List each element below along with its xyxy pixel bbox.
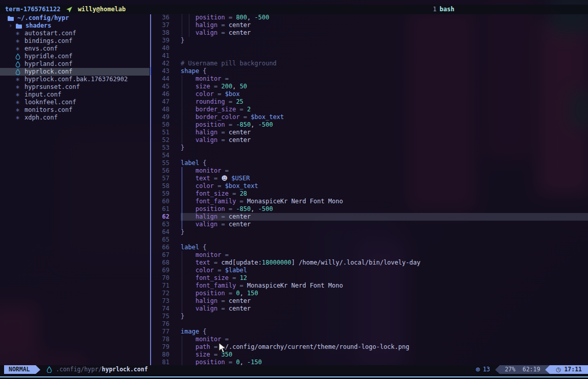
line-text: text = ☻ $USER (181, 175, 588, 182)
tree-item-shaders[interactable]: ›shaders (0, 22, 150, 30)
config-file-star-icon: ∗ (14, 91, 21, 99)
tmux-window-tab[interactable]: 1 bash (433, 5, 454, 14)
line-number: 57 (151, 175, 181, 182)
tmux-user-host: willy@homelab (78, 6, 126, 13)
tree-item--config-hypr[interactable]: ~/.config/hypr (0, 14, 150, 22)
editor-line-61[interactable]: 61 position = -850, -500 (151, 205, 588, 213)
line-text: text = cmd[update:18000000] /home/willy/… (181, 259, 588, 267)
editor-line-39[interactable]: 39} (151, 37, 588, 44)
editor-line-71[interactable]: 71 font_family = MonaspiceKr Nerd Font M… (151, 282, 588, 290)
editor-line-46[interactable]: 46 color = $box (151, 90, 588, 98)
indent-guide (182, 297, 182, 305)
line-text: valign = center (181, 136, 588, 144)
editor-line-42[interactable]: 42# Username pill background (151, 60, 588, 67)
expander-chevron-icon[interactable]: › (9, 22, 15, 30)
tree-item-monitors-conf[interactable]: ∗monitors.conf (0, 106, 150, 114)
tree-item-label: input.conf (24, 91, 61, 99)
editor-line-43[interactable]: 43shape { (151, 67, 588, 75)
hyprland-droplet-icon (14, 53, 21, 60)
line-number: 51 (151, 129, 181, 136)
editor-line-52[interactable]: 52 valign = center (151, 136, 588, 144)
statusline-file: .config/hypr/hyprlock.conf (46, 366, 148, 373)
tree-item-hyprsunset-conf[interactable]: ∗hyprsunset.conf (0, 83, 150, 91)
config-file-star-icon: ∗ (14, 76, 21, 83)
editor-line-79[interactable]: 79 path = ~/.config/omarchy/current/them… (151, 343, 588, 351)
indent-guide (182, 29, 182, 37)
editor-line-70[interactable]: 70 font_size = 12 (151, 274, 588, 282)
line-text: rounding = 25 (181, 98, 588, 106)
line-number: 47 (151, 98, 181, 106)
editor-line-54[interactable]: 54 (151, 152, 588, 159)
statusline: NORMAL .config/hypr/hyprlock.conf ⊛ 13 2… (0, 365, 588, 374)
editor-line-77[interactable]: 77image { (151, 328, 588, 336)
editor-line-67[interactable]: 67 monitor = (151, 251, 588, 259)
editor-pane[interactable]: 36 position = 800, -50037 halign = cente… (151, 14, 588, 365)
editor-line-51[interactable]: 51 halign = center (151, 129, 588, 136)
editor-line-50[interactable]: 50 position = -850, -500 (151, 121, 588, 129)
editor-line-55[interactable]: 55label { (151, 159, 588, 167)
editor-line-60[interactable]: 60 font_family = MonaspiceKr Nerd Font M… (151, 198, 588, 205)
file-name: hyprlock.conf (102, 366, 148, 373)
editor-line-81[interactable]: 81 position = 0, -150 (151, 359, 588, 365)
hyprland-droplet-icon (46, 366, 52, 373)
indent-guide (182, 259, 182, 267)
indent-guide (189, 21, 189, 29)
editor-line-72[interactable]: 72 position = 0, 150 (151, 290, 588, 297)
indent-guide (182, 113, 182, 121)
editor-line-57[interactable]: 57 text = ☻ $USER (151, 175, 588, 182)
line-number: 72 (151, 290, 181, 297)
line-text: } (181, 313, 588, 320)
editor-line-47[interactable]: 47 rounding = 25 (151, 98, 588, 106)
editor-line-76[interactable]: 76 (151, 320, 588, 328)
config-file-star-icon: ∗ (14, 114, 21, 122)
editor-line-58[interactable]: 58 color = $box_text (151, 182, 588, 190)
tree-item-xdph-conf[interactable]: ∗xdph.conf (0, 114, 150, 122)
indent-guide (182, 336, 182, 343)
editor-line-63[interactable]: 63 valign = center (151, 221, 588, 228)
editor-line-75[interactable]: 75} (151, 313, 588, 320)
tree-item-bindings-conf[interactable]: ∗bindings.conf (0, 37, 150, 45)
line-number: 54 (151, 152, 181, 159)
tree-item-hyprland-conf[interactable]: hyprland.conf (0, 60, 150, 68)
editor-line-65[interactable]: 65 (151, 236, 588, 244)
editor-line-56[interactable]: 56 monitor = (151, 167, 588, 175)
editor-line-45[interactable]: 45 size = 200, 50 (151, 83, 588, 90)
tmux-window-index: 1 (433, 6, 436, 13)
editor-line-74[interactable]: 74 valign = center (151, 305, 588, 313)
editor-line-69[interactable]: 69 color = $label (151, 267, 588, 274)
line-number: 65 (151, 236, 181, 244)
editor-line-49[interactable]: 49 border_color = $box_text (151, 113, 588, 121)
editor-line-41[interactable]: 41 (151, 52, 588, 60)
editor-line-64[interactable]: 64} (151, 228, 588, 236)
editor-line-68[interactable]: 68 text = cmd[update:18000000] /home/wil… (151, 259, 588, 267)
line-text: position = 0, 150 (181, 290, 588, 297)
clock-icon: ◷ (556, 366, 561, 373)
tree-item-hyprlock-conf-bak-1763762902[interactable]: ∗hyprlock.conf.bak.1763762902 (0, 76, 150, 83)
tree-item-input-conf[interactable]: ∗input.conf (0, 91, 150, 99)
tree-item-autostart-conf[interactable]: ∗autostart.conf (0, 30, 150, 37)
vim-mode-badge: NORMAL (4, 365, 36, 374)
editor-line-62[interactable]: 62 halign = center (151, 213, 588, 221)
hyprland-droplet-icon (14, 68, 21, 75)
line-number: 79 (151, 343, 181, 351)
editor-line-40[interactable]: 40 (151, 44, 588, 52)
tree-item-hypridle-conf[interactable]: hypridle.conf (0, 53, 150, 60)
tree-item-envs-conf[interactable]: ∗envs.conf (0, 45, 150, 53)
editor-line-48[interactable]: 48 border_size = 2 (151, 106, 588, 113)
tree-item-hyprlock-conf[interactable]: hyprlock.conf (0, 68, 150, 76)
editor-line-37[interactable]: 37 halign = center (151, 21, 588, 29)
editor-line-38[interactable]: 38 valign = center (151, 29, 588, 37)
editor-line-44[interactable]: 44 monitor = (151, 75, 588, 83)
line-number: 45 (151, 83, 181, 90)
editor-line-80[interactable]: 80 size = 350 (151, 351, 588, 359)
indent-guide (182, 205, 182, 213)
editor-line-78[interactable]: 78 monitor = (151, 336, 588, 343)
indent-guide (182, 290, 182, 297)
editor-line-66[interactable]: 66label { (151, 244, 588, 251)
editor-line-53[interactable]: 53} (151, 144, 588, 152)
editor-line-36[interactable]: 36 position = 800, -500 (151, 14, 588, 21)
editor-line-73[interactable]: 73 halign = center (151, 297, 588, 305)
editor-line-59[interactable]: 59 font_size = 28 (151, 190, 588, 198)
tree-item-looknfeel-conf[interactable]: ∗looknfeel.conf (0, 99, 150, 106)
indent-guide (182, 83, 182, 90)
